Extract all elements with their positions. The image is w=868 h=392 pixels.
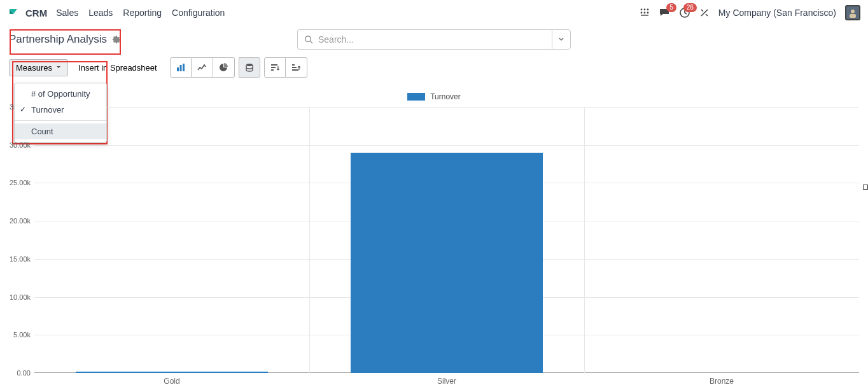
chart-area: Turnover 0.005.00k10.00k15.00k20.00k25.0… <box>6 90 862 388</box>
page-title: Partnership Analysis <box>9 33 107 46</box>
insert-spreadsheet-button[interactable]: Insert in Spreadsheet <box>72 60 164 76</box>
search-icon <box>304 35 313 44</box>
svg-rect-18 <box>271 67 276 68</box>
y-tick-label: 20.00k <box>10 217 34 225</box>
chat-badge: 5 <box>666 3 676 12</box>
x-tick-label: Gold <box>164 373 179 386</box>
pie-chart-button[interactable] <box>213 57 235 78</box>
gridline <box>34 145 859 146</box>
measure-count-label: Count <box>31 127 53 136</box>
svg-rect-14 <box>179 65 181 71</box>
measure-turnover-label: Turnover <box>31 105 64 115</box>
svg-point-5 <box>640 12 642 14</box>
y-tick-label: 0.00 <box>17 369 34 377</box>
activity-clock-icon[interactable]: 26 <box>679 7 690 18</box>
nav-item-leads[interactable]: Leads <box>88 8 113 18</box>
bar-chart-button[interactable] <box>170 57 192 78</box>
search-wrap: Search... <box>297 29 571 50</box>
side-handle-icon[interactable] <box>863 185 868 190</box>
app-logo-icon <box>8 7 19 18</box>
stacked-button[interactable] <box>239 57 260 78</box>
svg-rect-20 <box>292 64 295 66</box>
x-gridline <box>584 107 585 373</box>
y-tick-label: 5.00k <box>13 331 34 339</box>
measure-opportunity-label: # of Opportunity <box>31 89 90 99</box>
measure-count[interactable]: Count <box>15 123 106 139</box>
bar-silver[interactable] <box>351 153 543 373</box>
caret-down-icon <box>56 65 61 70</box>
nav-item-sales[interactable]: Sales <box>56 8 78 18</box>
page-title-wrap: Partnership Analysis <box>9 33 121 46</box>
dropdown-separator <box>15 120 106 121</box>
activity-badge: 26 <box>683 3 697 12</box>
svg-point-6 <box>643 12 645 14</box>
legend-swatch <box>407 93 425 101</box>
measure-opportunity[interactable]: # of Opportunity <box>15 86 106 102</box>
chart-legend: Turnover <box>6 90 862 103</box>
top-nav: CRM Sales Leads Reporting Configuration … <box>0 0 868 25</box>
line-chart-button[interactable] <box>192 57 213 78</box>
svg-point-10 <box>851 10 855 13</box>
search-placeholder: Search... <box>318 34 354 45</box>
sort-desc-button[interactable] <box>264 57 286 78</box>
svg-point-16 <box>246 64 253 66</box>
y-tick-label: 10.00k <box>10 293 34 301</box>
gridline <box>34 107 859 108</box>
svg-point-12 <box>305 36 311 42</box>
svg-point-2 <box>640 9 642 11</box>
spreadsheet-label: Insert in Spreadsheet <box>78 63 157 73</box>
stack-group <box>239 57 260 78</box>
sort-asc-button[interactable] <box>286 57 307 78</box>
svg-rect-21 <box>292 67 297 68</box>
y-tick-label: 25.00k <box>10 179 34 186</box>
dialpad-icon[interactable] <box>640 8 650 18</box>
measure-turnover[interactable]: Turnover <box>15 102 106 118</box>
measures-dropdown: # of Opportunity Turnover Count <box>14 83 107 143</box>
bar-chart-icon <box>176 62 186 73</box>
x-tick-label: Bronze <box>710 373 734 386</box>
stack-icon <box>244 62 255 73</box>
sort-group <box>264 57 307 78</box>
measures-label: Measures <box>16 63 52 73</box>
user-avatar[interactable] <box>845 5 860 20</box>
svg-rect-15 <box>183 64 185 71</box>
nav-item-reporting[interactable]: Reporting <box>123 8 162 18</box>
svg-rect-13 <box>177 67 179 71</box>
sort-desc-icon <box>270 62 280 73</box>
nav-item-configuration[interactable]: Configuration <box>172 8 225 18</box>
search-dropdown-toggle[interactable] <box>552 29 571 50</box>
chart-plot: 0.005.00k10.00k15.00k20.00k25.00k30.00k3… <box>34 107 859 373</box>
chevron-down-icon <box>559 37 564 42</box>
line-chart-icon <box>197 62 207 73</box>
measures-button[interactable]: Measures <box>9 59 68 76</box>
svg-rect-17 <box>271 64 277 66</box>
pie-chart-icon <box>218 62 228 73</box>
gear-icon[interactable] <box>112 35 121 44</box>
title-row: Partnership Analysis Search... <box>0 25 868 53</box>
search-input[interactable]: Search... <box>297 29 552 50</box>
legend-label: Turnover <box>430 92 461 101</box>
tools-icon[interactable] <box>699 8 710 18</box>
svg-rect-11 <box>850 14 856 18</box>
svg-point-7 <box>647 12 648 14</box>
company-name[interactable]: My Company (San Francisco) <box>718 8 836 18</box>
sort-asc-icon <box>291 62 301 73</box>
x-gridline <box>309 107 310 373</box>
x-tick-label: Silver <box>437 373 456 386</box>
svg-point-3 <box>643 9 645 11</box>
nav-right: 5 26 My Company (San Francisco) <box>640 5 860 20</box>
toolbar: Measures Insert in Spreadsheet <box>0 53 868 83</box>
svg-point-4 <box>647 9 648 11</box>
svg-rect-19 <box>271 69 274 71</box>
app-name[interactable]: CRM <box>25 8 47 18</box>
svg-rect-22 <box>292 69 298 71</box>
chart-type-group <box>170 57 235 78</box>
chat-icon[interactable]: 5 <box>659 7 670 18</box>
y-tick-label: 15.00k <box>10 255 34 263</box>
